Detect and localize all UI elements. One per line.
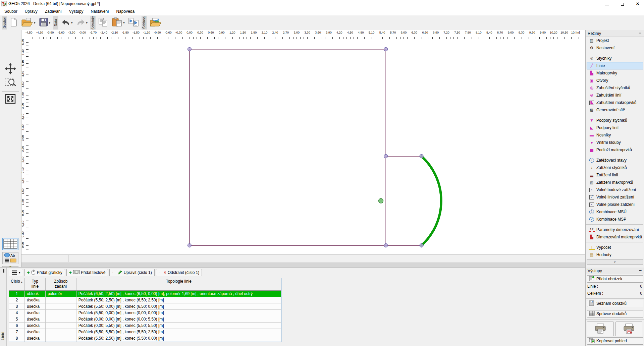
mode-volne-liniove[interactable]: ╱Volné liniové zatížení [587, 193, 643, 201]
table-row[interactable]: 8úsečkaPočátek (5,50; 2,50) [m] , konec … [9, 335, 281, 342]
dropdown-arrow-icon[interactable]: ▾ [34, 21, 36, 24]
add-textually-button[interactable]: +Přidat textově [66, 269, 108, 276]
mode-zahusteni-makroprvku[interactable]: ▙Zahuštění makroprvků [587, 99, 643, 106]
move-tool-button[interactable] [2, 63, 18, 75]
menu-soubor[interactable]: Soubor [1, 8, 21, 15]
table-row[interactable]: 7úsečkaPočátek (5,50; 5,50) [m] , konec … [9, 329, 281, 335]
zoom-window-button[interactable] [2, 76, 18, 89]
joint-node[interactable] [420, 155, 423, 158]
table-row[interactable]: 3úsečkaPočátek (5,50; 0,00) [m] , konec … [9, 303, 281, 310]
mode-nastaveni[interactable]: ⚙Nastavení [587, 44, 643, 52]
table-row[interactable]: 2úsečkaPočátek (5,50; 2,50) [m] , konec … [9, 297, 281, 303]
mode-zahusteni-linii[interactable]: ⊖Zahuštění linií [587, 92, 643, 99]
mode-zahusteni-stycniku[interactable]: ◎Zahuštění styčníků [587, 84, 643, 92]
dropdown-arrow-icon[interactable]: ▾ [123, 21, 125, 24]
joint-node[interactable] [188, 47, 192, 51]
paste-button[interactable]: ▾ [110, 16, 126, 29]
joint-node[interactable] [188, 244, 192, 247]
panel-tab-linie[interactable]: Linie [0, 268, 7, 346]
mode-kombinace-msu[interactable]: 1Kombinace MSÚ [587, 208, 643, 216]
header-line: Topologie linie [166, 279, 192, 284]
drawing-settings-button[interactable]: Ab [2, 252, 18, 264]
table-row[interactable]: 1obloukpoloměrPočátek (6,50; 2,50) [m] ,… [9, 291, 281, 297]
add-graphically-button[interactable]: +Přidat graficky [24, 269, 65, 276]
mode-generovani-site[interactable]: ▩Generování sítě [587, 106, 643, 114]
mode-zatizeni-makroprvku[interactable]: ▨Zatížení makroprvků [587, 179, 643, 186]
menu-nápověda[interactable]: Nápověda [112, 8, 138, 15]
joint-node[interactable] [384, 155, 388, 158]
mode-podpory-linii[interactable]: ◣Podpory linií [587, 124, 643, 131]
dropdown-arrow-icon[interactable]: ▾ [49, 21, 51, 24]
restore-button[interactable] [619, 1, 625, 6]
dropdown-arrow-icon[interactable]: ▾ [86, 21, 88, 24]
new-icon [10, 17, 18, 28]
list-menu-button[interactable]: ▾ [9, 269, 23, 276]
new-file-button[interactable] [8, 16, 19, 29]
menu-úpravy[interactable]: Úpravy [21, 8, 41, 15]
mode-vypocet[interactable]: ↓Výpočet [587, 244, 643, 251]
menu-nastavení[interactable]: Nastavení [87, 8, 112, 15]
tables-toggle-button[interactable] [2, 238, 18, 250]
close-button[interactable]: × [635, 1, 641, 6]
mode-projekt-icon: ▤ [589, 38, 595, 43]
menu-zadávání[interactable]: Zadávání [41, 8, 65, 15]
mode-volne-bodove[interactable]: ▪Volné bodové zatížení [587, 186, 643, 193]
print-report-button[interactable] [615, 322, 642, 336]
mode-otvory[interactable]: ▣Otvory [587, 77, 643, 84]
mode-podpory-stycniku[interactable]: ▼Podpory styčníků [587, 117, 643, 124]
outputs-collapse-button[interactable]: – [639, 268, 642, 273]
regimes-collapse-button[interactable]: – [639, 30, 641, 36]
header-line: Typ [32, 279, 38, 284]
table-row[interactable]: 4úsečkaPočátek (5,50; 0,00) [m] , konec … [9, 310, 281, 316]
regimes-expand-button[interactable]: ∨ [587, 259, 643, 265]
drawing-canvas[interactable] [21, 30, 585, 254]
open-file-button[interactable]: ▾ [20, 16, 37, 29]
undo-button[interactable]: ▾ [60, 16, 74, 29]
edit-button[interactable]: ·—Upravit (číslo 1) [109, 269, 154, 276]
mode-kombinace-msp[interactable]: 2Kombinace MSP [587, 216, 643, 223]
table-cell: 2 [9, 297, 25, 303]
mode-makroprvky[interactable]: ▙Makroprvky [587, 69, 643, 77]
redo-button[interactable]: ▾ [75, 16, 89, 29]
mode-podlozi-makroprvku[interactable]: ▅Podloží makroprvků [587, 146, 643, 154]
copy-button[interactable] [97, 16, 110, 29]
mode-volne-plosne[interactable]: ▪Volné plošné zatížení [587, 201, 643, 208]
mode-zatizeni-linii[interactable]: ▃Zatížení linií [587, 171, 643, 179]
table-cell: Počátek (5,50; 0,00) [m] , konec (6,50; … [76, 303, 281, 309]
drawing-area[interactable]: -4,50-4,20-3,90-3,60-3,30-3,00-2,70-2,40… [21, 30, 585, 254]
mode-parametry-dimenzovani[interactable]: 1,2Parametry dimenzování [587, 226, 643, 233]
mode-zatezovaci-stavy[interactable]: ↓Zatěžovací stavy [587, 157, 643, 164]
compare-button[interactable] [127, 16, 140, 29]
joint-node[interactable] [384, 47, 388, 51]
print-button[interactable] [587, 322, 614, 336]
panel-grip[interactable] [3, 269, 4, 273]
copy-view-button[interactable]: Kopírovat pohled [587, 337, 643, 345]
table-row[interactable]: 6úsečkaPočátek (0,00; 5,50) [m] , konec … [9, 323, 281, 329]
svg-text:Ab: Ab [10, 253, 15, 257]
mode-vnitrni-klouby[interactable]: ●Vnitřní klouby [587, 139, 643, 146]
minimize-button[interactable] [604, 1, 610, 6]
selected-arc-line[interactable] [422, 156, 441, 245]
fit-view-button[interactable] [2, 93, 18, 105]
mode-linie[interactable]: ╱Linie [587, 62, 643, 69]
arc-center-point[interactable] [379, 198, 383, 203]
menu-výstupy[interactable]: Výstupy [65, 8, 87, 15]
remove-button[interactable]: ·—×Odstranit (číslo 1) [156, 269, 202, 276]
joint-node[interactable] [384, 244, 388, 247]
mode-projekt[interactable]: ▤Projekt [587, 37, 643, 44]
addendum-manager-button[interactable]: Správce dodatků [587, 310, 643, 318]
add-picture-button[interactable]: Přidat obrázek [587, 275, 643, 283]
picture-list-button[interactable]: Seznam obrázků [587, 300, 643, 307]
mode-volne-bodove-icon: ▪ [589, 188, 594, 192]
mode-dimenzovani-makroprvku[interactable]: ▙Dimenzování makroprvků [587, 233, 643, 241]
table-cell: úsečka [25, 310, 46, 316]
mode-nosniky[interactable]: ▬Nosníky [587, 131, 643, 139]
template-button[interactable] [148, 16, 162, 29]
joint-node[interactable] [420, 244, 423, 247]
save-file-button[interactable]: ▾ [38, 16, 52, 29]
dropdown-arrow-icon[interactable]: ▾ [71, 21, 73, 24]
mode-hodnoty[interactable]: ▤Hodnoty [587, 251, 643, 258]
table-row[interactable]: 5úsečkaPočátek (0,00; 0,00) [m] , konec … [9, 316, 281, 323]
mode-stycniky[interactable]: ⊗Styčníky [587, 55, 643, 62]
mode-zatizeni-stycniku[interactable]: ↓Zatížení styčníků [587, 164, 643, 171]
